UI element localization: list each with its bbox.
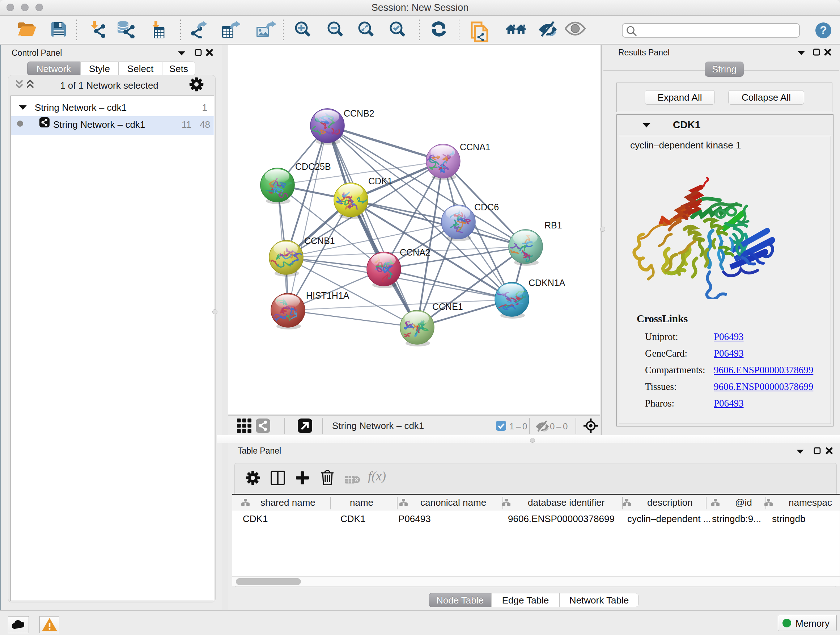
svg-text:CCNA1: CCNA1 (460, 142, 491, 152)
svg-text:CCNB2: CCNB2 (344, 108, 374, 119)
svg-text:CCNA2: CCNA2 (400, 247, 431, 257)
svg-text:CDKN1A: CDKN1A (529, 278, 565, 288)
svg-text:CCNE1: CCNE1 (432, 302, 463, 312)
svg-text:?: ? (820, 24, 827, 36)
svg-text:RB1: RB1 (545, 220, 562, 230)
svg-text:HIST1H1A: HIST1H1A (306, 290, 349, 301)
svg-text:CCNB1: CCNB1 (304, 236, 335, 246)
svg-text:CDC6: CDC6 (474, 202, 499, 212)
svg-text:CDC25B: CDC25B (295, 162, 331, 172)
svg-text:CDK1: CDK1 (368, 176, 393, 186)
